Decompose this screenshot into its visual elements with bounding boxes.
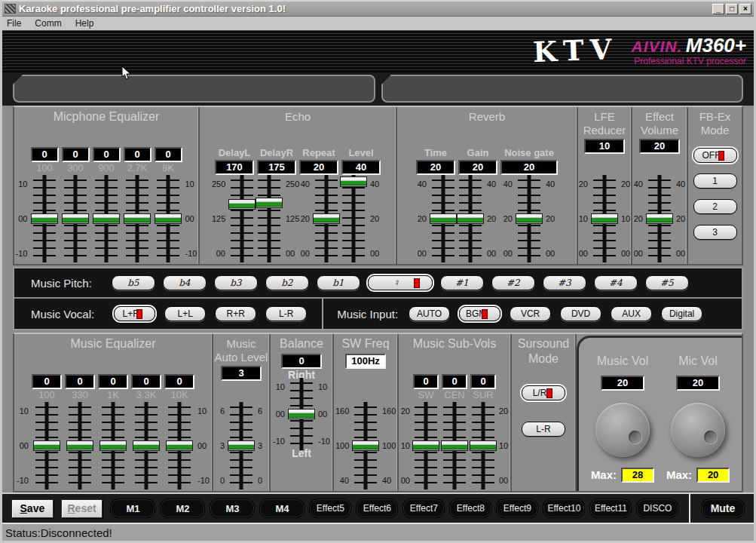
effect-button-effect8[interactable]: Effect8	[449, 499, 491, 518]
fader[interactable]	[411, 406, 441, 485]
fbex-button-3[interactable]: 3	[693, 225, 737, 240]
memory-button-m3[interactable]: M3	[210, 499, 255, 518]
effect-button-effect11[interactable]: Effect11	[589, 499, 632, 518]
fader[interactable]	[514, 179, 544, 258]
reset-button[interactable]: Reset	[61, 499, 103, 518]
fader[interactable]	[644, 179, 675, 258]
fader[interactable]	[286, 382, 317, 446]
memory-button-m4[interactable]: M4	[259, 499, 305, 518]
input-button-vcr[interactable]: VCR	[510, 306, 551, 321]
fader[interactable]	[338, 179, 369, 258]
input-button-digital[interactable]: Digital	[661, 306, 702, 321]
pitch-button-5[interactable]: #5	[645, 275, 689, 290]
fader-thumb[interactable]	[228, 199, 256, 210]
fader[interactable]	[29, 179, 60, 258]
fader[interactable]	[153, 179, 183, 258]
effect-button-effect10[interactable]: Effect10	[543, 499, 585, 518]
fader[interactable]	[98, 406, 128, 485]
effect-button-effect9[interactable]: Effect9	[496, 499, 538, 518]
fader-thumb[interactable]	[313, 213, 340, 224]
fader[interactable]	[589, 179, 620, 258]
menu-comm[interactable]: Comm	[35, 18, 61, 29]
fader-thumb[interactable]	[591, 213, 618, 224]
fader-thumb[interactable]	[228, 440, 255, 451]
minimize-icon[interactable]: _	[712, 4, 724, 14]
fbex-button-2[interactable]: 2	[693, 199, 737, 214]
fader[interactable]	[439, 406, 470, 485]
sursound-button-lr[interactable]: L-R	[522, 422, 565, 437]
maximize-icon[interactable]: □	[726, 4, 738, 14]
fader-thumb[interactable]	[66, 440, 93, 451]
fader-thumb[interactable]	[33, 440, 60, 451]
vocal-button-rr[interactable]: R+R	[215, 306, 256, 321]
memory-button-m1[interactable]: M1	[110, 499, 155, 518]
fader-thumb[interactable]	[31, 213, 58, 224]
fader[interactable]	[131, 406, 161, 485]
input-button-aux[interactable]: AUX	[611, 306, 652, 321]
fader[interactable]	[254, 179, 284, 258]
sursound-button-lr[interactable]: L/R	[522, 385, 565, 400]
close-icon[interactable]: ×	[739, 4, 751, 14]
effect-button-effect6[interactable]: Effect6	[356, 499, 398, 518]
fbex-button-off[interactable]: OFF	[693, 148, 737, 163]
fader[interactable]	[311, 179, 341, 258]
pitch-button-b3[interactable]: b3	[214, 275, 258, 290]
pitch-button-[interactable]: ♮	[368, 275, 433, 290]
fader[interactable]	[122, 179, 152, 258]
vocal-button-ll[interactable]: L+L	[164, 306, 206, 321]
effect-button-effect5[interactable]: Effect5	[309, 499, 351, 518]
fader-thumb[interactable]	[124, 213, 151, 224]
fader-thumb[interactable]	[516, 213, 543, 224]
fader-thumb[interactable]	[155, 213, 182, 224]
fader-thumb[interactable]	[646, 213, 673, 224]
fader-thumb[interactable]	[352, 440, 379, 451]
fader[interactable]	[350, 406, 381, 485]
effect-button-effect7[interactable]: Effect7	[402, 499, 445, 518]
fader-thumb[interactable]	[62, 213, 89, 224]
input-button-auto[interactable]: AUTO	[409, 306, 450, 321]
fbex-button-1[interactable]: 1	[693, 173, 737, 189]
fader-thumb[interactable]	[256, 198, 283, 208]
fader-thumb[interactable]	[99, 440, 127, 451]
fader[interactable]	[226, 406, 256, 485]
input-button-bgm[interactable]: BGM	[459, 306, 500, 321]
fader-thumb[interactable]	[340, 176, 367, 187]
fader[interactable]	[32, 406, 62, 485]
input-button-dvd[interactable]: DVD	[560, 306, 601, 321]
fader-thumb[interactable]	[166, 440, 193, 451]
fader-thumb[interactable]	[470, 440, 497, 451]
pitch-button-b1[interactable]: b1	[317, 275, 360, 290]
pitch-button-b4[interactable]: b4	[163, 275, 207, 290]
pitch-button-b5[interactable]: b5	[112, 275, 155, 290]
effect-button-disco[interactable]: DISCO	[636, 499, 678, 518]
fader[interactable]	[468, 406, 498, 485]
fader[interactable]	[65, 406, 95, 485]
fader[interactable]	[455, 179, 485, 258]
fader-thumb[interactable]	[441, 440, 468, 451]
fader-thumb[interactable]	[288, 409, 315, 419]
fader[interactable]	[164, 406, 194, 485]
fader[interactable]	[60, 179, 90, 258]
pitch-button-b2[interactable]: b2	[265, 275, 309, 290]
fader[interactable]	[227, 179, 257, 258]
fader-thumb[interactable]	[457, 213, 484, 224]
mic-vol-knob[interactable]	[671, 403, 725, 457]
vocal-button-lr[interactable]: L-R	[265, 306, 307, 321]
fader-thumb[interactable]	[412, 440, 439, 451]
fader-thumb[interactable]	[430, 213, 457, 224]
vocal-button-lr[interactable]: L+R	[114, 306, 155, 321]
pitch-button-1[interactable]: #1	[440, 275, 484, 290]
fader-thumb[interactable]	[133, 440, 160, 451]
menu-help[interactable]: Help	[75, 18, 94, 29]
save-button[interactable]: Save	[11, 499, 54, 518]
mute-button[interactable]: Mute	[701, 499, 745, 518]
fader[interactable]	[91, 179, 121, 258]
pitch-button-2[interactable]: #2	[491, 275, 535, 290]
fader-thumb[interactable]	[93, 213, 120, 224]
menu-file[interactable]: File	[7, 18, 21, 29]
music-vol-knob[interactable]	[595, 403, 650, 457]
fader[interactable]	[428, 179, 458, 258]
memory-button-m2[interactable]: M2	[160, 499, 205, 518]
pitch-button-3[interactable]: #3	[543, 275, 586, 290]
pitch-button-4[interactable]: #4	[594, 275, 638, 290]
